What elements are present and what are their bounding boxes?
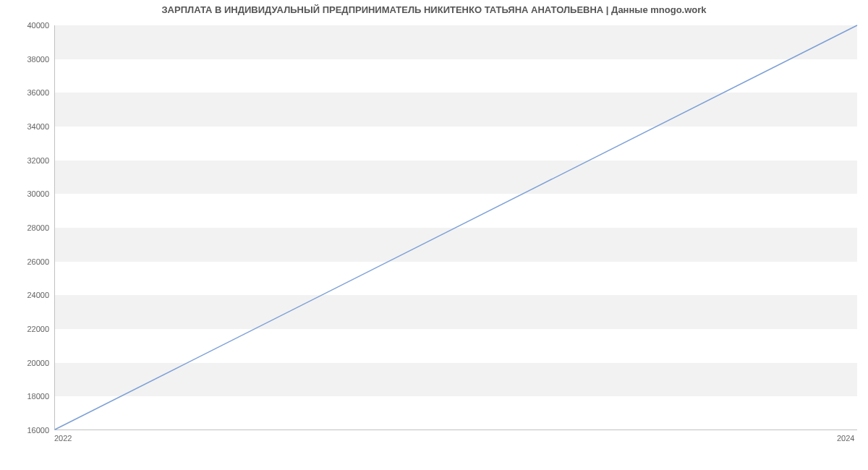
- chart-container: ЗАРПЛАТА В ИНДИВИДУАЛЬНЫЙ ПРЕДПРИНИМАТЕЛ…: [0, 0, 868, 470]
- y-tick-label: 18000: [6, 392, 49, 401]
- line-series: [55, 25, 857, 430]
- y-tick-label: 34000: [6, 122, 49, 131]
- y-tick-label: 28000: [6, 223, 49, 232]
- y-tick-label: 16000: [6, 426, 49, 435]
- y-tick-label: 30000: [6, 189, 49, 198]
- x-tick-label: 2024: [837, 434, 854, 443]
- y-tick-label: 26000: [6, 257, 49, 266]
- y-tick-label: 32000: [6, 156, 49, 165]
- x-tick-label: 2022: [54, 434, 72, 443]
- y-tick-label: 38000: [6, 55, 49, 64]
- chart-title: ЗАРПЛАТА В ИНДИВИДУАЛЬНЫЙ ПРЕДПРИНИМАТЕЛ…: [0, 4, 868, 15]
- y-tick-label: 40000: [6, 21, 49, 30]
- y-tick-label: 24000: [6, 291, 49, 299]
- y-tick-label: 22000: [6, 325, 49, 333]
- y-tick-label: 36000: [6, 88, 49, 97]
- svg-line-0: [55, 25, 857, 430]
- y-tick-label: 20000: [6, 359, 49, 367]
- plot-area: [54, 25, 857, 430]
